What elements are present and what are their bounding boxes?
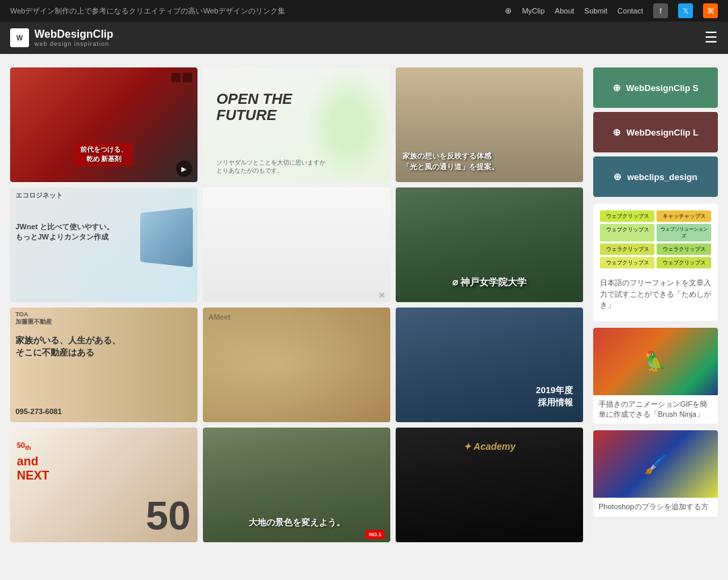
next50-small: 50th — [17, 441, 31, 451]
thumb-2: OPEN THEFUTURE ソリヤダルツとことを大切に思いますかとりあなたがの… — [203, 67, 390, 182]
myclip-icon: ⊕ — [505, 6, 512, 16]
facebook-icon[interactable]: f — [653, 3, 668, 18]
thumb-4-3d — [140, 207, 193, 267]
thumb-9: 2019年度採用情報 — [396, 308, 583, 422]
tag-4[interactable]: ウェブソリューションズ — [657, 224, 711, 241]
toa-phone: 095-273-6081 — [16, 407, 62, 415]
card2-desc: Photoshopのブラシを追加する方 — [593, 498, 718, 516]
tags-grid: ウェブクリップス キャッチャップス ウェブクリップス ウェブソリューションズ ウ… — [600, 210, 711, 268]
grid-item-10[interactable]: 50th andNEXT 50 — [10, 428, 198, 542]
tag-8[interactable]: ウェブクリップス — [657, 257, 711, 268]
rss-icon[interactable]: ⌘ — [703, 3, 718, 18]
thumb-5-footer: ⌘ — [379, 292, 385, 299]
wdc-s-icon: ⊕ — [613, 82, 621, 93]
thumb-7: TOA加藤重不動産 家族がいる、人生がある、そこに不動産はある 095-273-… — [10, 308, 198, 422]
grid-item-6[interactable]: ⌀ 神戸女学院大学 — [396, 187, 583, 302]
tag-7[interactable]: ウェブクリップス — [600, 257, 655, 268]
tag-2[interactable]: キャッチャップス — [657, 210, 711, 222]
banner-text: Webデザイン制作の上で参考になるクリエイティブの高いWebデザインのリンク集 — [10, 6, 285, 16]
tag-6[interactable]: ウェラクリップス — [657, 243, 711, 255]
tags-card: ウェブクリップス キャッチャップス ウェブクリップス ウェブソリューションズ ウ… — [593, 204, 718, 321]
nav-about[interactable]: About — [555, 7, 574, 15]
grid-item-1[interactable]: 前代をつける、乾め 新基剤 ▶ — [10, 67, 198, 182]
grid-item-2[interactable]: OPEN THEFUTURE ソリヤダルツとことを大切に思いますかとりあなたがの… — [203, 67, 390, 182]
thumb-2-circle — [306, 67, 390, 182]
top-banner: Webデザイン制作の上で参考になるクリエイティブの高いWebデザインのリンク集 … — [0, 0, 728, 22]
tag-5[interactable]: ウェラクリップス — [600, 243, 655, 255]
thumb-3: 家族の想いを反映する体感「光と風の通り道」を提案。 — [396, 67, 583, 182]
bird-icon: 🦜 — [644, 350, 667, 372]
tag-3[interactable]: ウェブクリップス — [600, 224, 655, 241]
thumb-3-text: 家族の想いを反映する体感「光と風の通り道」を提案。 — [402, 151, 499, 172]
grid-item-5[interactable]: ⌘ — [203, 187, 390, 302]
tags-description: 日本語のフリーフォントを文章入力で試すことができる「ためしがき」 — [600, 274, 711, 314]
thumb-12: ✦ Academy — [396, 428, 583, 542]
thumb-4-brand: エコロジネット — [16, 191, 63, 200]
webclips-icon: ⊕ — [613, 171, 621, 182]
nav-prev[interactable] — [171, 73, 181, 82]
thumb-8-map — [203, 308, 390, 422]
sidebar-card-1[interactable]: 🦜 手描きのアニメーションGIFを簡単に作成できる「Brush Ninja」 — [593, 328, 718, 424]
card2-text: Photoshopのブラシを追加する方 — [599, 502, 708, 511]
thumb-11: 大地の景色を変えよう。 NO.1 — [203, 428, 390, 542]
kobe-university-text: ⌀ 神戸女学院大学 — [452, 277, 526, 289]
thumb-4-text: JWnet と比べて使いやすい。もっとJWよりカンタン作成 — [16, 222, 114, 243]
sidebar-btn-block-1: ⊕ WebDesignClip S ⊕ WebDesignClip L ⊕ we… — [593, 67, 718, 197]
sidebar: ⊕ WebDesignClip S ⊕ WebDesignClip L ⊕ we… — [593, 67, 718, 542]
card2-thumb: 🖌️ — [593, 430, 718, 498]
thumb-8: AMeet — [203, 308, 390, 422]
fifty-text: 50 — [146, 492, 191, 539]
thumb-4: エコロジネット JWnet と比べて使いやすい。もっとJWよりカンタン作成 — [10, 187, 198, 302]
recruit-text: 2019年度採用情報 — [536, 384, 573, 409]
wdc-s-label: WebDesignClip S — [626, 83, 698, 93]
play-btn-1[interactable]: ▶ — [176, 161, 192, 177]
open-future-text: OPEN THEFUTURE — [216, 91, 292, 123]
grid-item-7[interactable]: TOA加藤重不動産 家族がいる、人生がある、そこに不動産はある 095-273-… — [10, 308, 198, 422]
logo-icon: W — [10, 28, 29, 47]
header: W WebDesignClip web design inspiration ☰ — [0, 22, 728, 54]
webdesignclip-s-button[interactable]: ⊕ WebDesignClip S — [593, 67, 718, 108]
nav-submit[interactable]: Submit — [584, 7, 607, 15]
tag-1[interactable]: ウェブクリップス — [600, 210, 655, 222]
webclips-label: webclips_design — [627, 172, 697, 182]
sidebar-card-2[interactable]: 🖌️ Photoshopのブラシを追加する方 — [593, 430, 718, 516]
nav-next[interactable] — [183, 73, 192, 82]
grid-area: 前代をつける、乾め 新基剤 ▶ OPEN THEFUTURE ソリヤダルツとこと… — [10, 67, 583, 542]
toa-text: 家族がいる、人生がある、そこに不動産はある — [16, 335, 121, 359]
grid-item-12[interactable]: ✦ Academy — [396, 428, 583, 542]
brush-icon: 🖌️ — [644, 453, 667, 475]
card1-text: 手描きのアニメーションGIFを簡単に作成できる「Brush Ninja」 — [599, 400, 707, 418]
logo-area[interactable]: W WebDesignClip web design inspiration — [10, 28, 113, 47]
thumb-10: 50th andNEXT 50 — [10, 428, 198, 542]
no1-badge: NO.1 — [365, 530, 385, 539]
nav-contact[interactable]: Contact — [617, 7, 643, 15]
grid-item-8[interactable]: AMeet — [203, 308, 390, 422]
card1-thumb: 🦜 — [593, 328, 718, 395]
grid-item-9[interactable]: 2019年度採用情報 — [396, 308, 583, 422]
nav-myclip[interactable]: MyClip — [522, 7, 545, 15]
thumb-6: ⌀ 神戸女学院大学 — [396, 187, 583, 302]
top-nav: ⊕ MyClip About Submit Contact f 𝕏 ⌘ — [505, 3, 718, 18]
twitter-icon[interactable]: 𝕏 — [678, 3, 693, 18]
logo-main: WebDesignClip — [34, 28, 113, 40]
grid-nav-1 — [171, 73, 192, 82]
wdc-l-icon: ⊕ — [613, 127, 621, 138]
grid-item-3[interactable]: 家族の想いを反映する体感「光と風の通り道」を提案。 — [396, 67, 583, 182]
grid-item-4[interactable]: エコロジネット JWnet と比べて使いやすい。もっとJWよりカンタン作成 — [10, 187, 198, 302]
thumb-1: 前代をつける、乾め 新基剤 ▶ — [10, 67, 198, 182]
wdc-l-label: WebDesignClip L — [626, 127, 698, 138]
landscape-text: 大地の景色を変えよう。 — [249, 517, 345, 529]
grid-item-11[interactable]: 大地の景色を変えよう。 NO.1 — [203, 428, 390, 542]
hamburger-button[interactable]: ☰ — [704, 29, 718, 47]
toa-brand: TOA加藤重不動産 — [16, 311, 52, 326]
gallery-grid: 前代をつける、乾め 新基剤 ▶ OPEN THEFUTURE ソリヤダルツとこと… — [10, 67, 583, 542]
logo-sub: web design inspiration — [34, 40, 113, 47]
card1-desc: 手描きのアニメーションGIFを簡単に作成できる「Brush Ninja」 — [593, 395, 718, 424]
academy-text: ✦ Academy — [463, 441, 516, 452]
thumb-5: ⌘ — [203, 187, 390, 302]
and-text: andNEXT — [17, 455, 49, 483]
logo-text: WebDesignClip web design inspiration — [34, 28, 113, 47]
webclips-design-button[interactable]: ⊕ webclips_design — [593, 156, 718, 197]
thumb-1-overlay: 前代をつける、乾め 新基剤 — [10, 67, 198, 182]
webdesignclip-l-button[interactable]: ⊕ WebDesignClip L — [593, 112, 718, 152]
